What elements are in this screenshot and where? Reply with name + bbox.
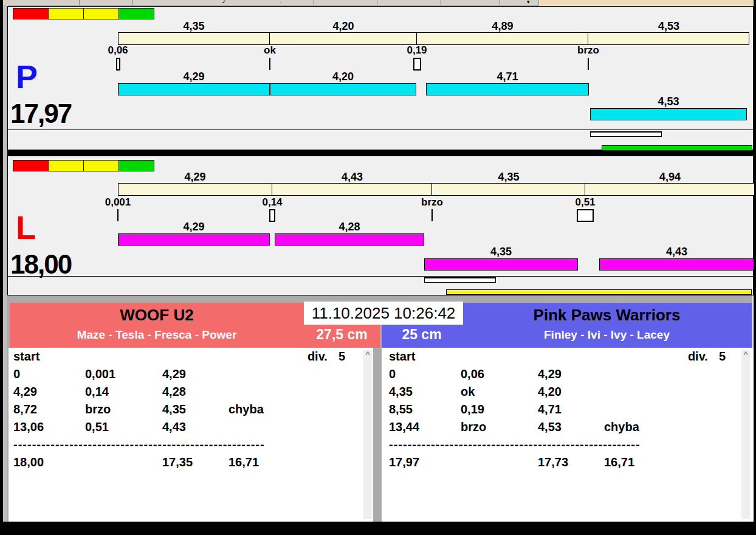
split-scale-segment <box>417 32 588 45</box>
table-row: 4,290,144,28 <box>13 383 373 401</box>
table-header-start: start <box>389 350 415 364</box>
table-total-cell: 17,35 <box>162 455 229 469</box>
toolbar-separator <box>500 0 500 5</box>
changeover-label: ok <box>264 44 276 57</box>
table-separator: ----------------------------------------… <box>13 436 373 454</box>
aux-status-bar <box>446 289 752 295</box>
results-table-right: start div. 5 00,064,294,35ok4,208,550,19… <box>382 348 754 522</box>
table-row: 00,064,29 <box>389 365 754 383</box>
table-total-cell: 16,71 <box>604 455 754 469</box>
table-cell: 0,06 <box>461 367 538 381</box>
dog-run-time-label: 4,29 <box>183 71 204 83</box>
split-time-label: 4,94 <box>659 171 681 184</box>
split-scale-segment <box>118 32 270 45</box>
table-cell: 0,14 <box>85 385 162 399</box>
status-cell <box>49 9 84 19</box>
table-cell: 4,29 <box>13 385 85 399</box>
dog-run-time-label: 4,20 <box>332 71 354 83</box>
table-cell: 4,20 <box>538 385 604 399</box>
table-cell: brzo <box>461 420 538 434</box>
table-cell: 8,72 <box>13 402 85 416</box>
toolbar-fragment[interactable]: ✓ · ▾ <box>3 0 538 5</box>
status-cell <box>49 160 84 171</box>
dog-run-bar <box>590 108 747 120</box>
timing-app-window: ✓ · ▾ P 17,97 4,350,064,20ok4,890,194,53… <box>0 0 756 535</box>
toolbar-separator <box>132 0 133 5</box>
split-scale-segment <box>588 32 749 45</box>
changeover-box-marker <box>577 209 594 222</box>
dog-run-time-label: 4,28 <box>338 221 360 233</box>
team-dogs: Finley - Ivi - Ivy - Lacey <box>462 328 752 342</box>
table-cell: 4,53 <box>538 420 604 434</box>
dog-run-time-label: 4,35 <box>490 246 512 258</box>
lane-divider-band <box>7 150 754 156</box>
status-cell <box>13 160 49 171</box>
table-header: start div. 5 <box>13 348 373 365</box>
lane-panel-right-team: P 17,97 4,350,064,20ok4,890,194,53brzo4,… <box>7 6 754 150</box>
status-cell <box>119 9 154 19</box>
dog-run-bar <box>118 83 270 95</box>
datetime-display: 11.10.2025 10:26:42 <box>304 302 463 325</box>
scroll-up-icon[interactable]: ^ <box>741 350 750 359</box>
table-row: 8,550,194,71 <box>389 401 754 418</box>
table-totals-row: 18,0017,3516,71 <box>13 454 373 471</box>
dog-run-bar <box>424 258 578 271</box>
changeover-label: 0,001 <box>105 196 131 209</box>
table-cell: ok <box>461 385 538 399</box>
table-cell: 0,51 <box>85 420 162 434</box>
changeover-label: 0,19 <box>407 44 427 57</box>
status-cell <box>84 9 119 19</box>
table-header: start div. 5 <box>389 348 754 365</box>
table-total-cell: 17,73 <box>538 455 604 469</box>
changeover-box-marker <box>116 58 120 71</box>
split-scale-segment <box>432 183 585 196</box>
lane-inner-divider <box>8 276 753 277</box>
changeover-label: brzo <box>577 44 599 57</box>
toolbar-separator <box>314 0 314 5</box>
table-cell: 13,06 <box>13 420 85 434</box>
table-scrollbar[interactable]: ^ <box>741 350 750 519</box>
toolbar-button-glyph[interactable]: ✓ <box>222 0 227 5</box>
status-strip <box>13 160 154 171</box>
split-time-label: 4,43 <box>342 171 363 184</box>
changeover-tick-marker <box>588 58 589 70</box>
dog-run-time-label: 4,53 <box>658 95 679 108</box>
split-time-label: 4,29 <box>184 171 205 184</box>
table-total-cell: 18,00 <box>13 455 85 469</box>
toolbar-button-glyph[interactable]: · <box>280 0 281 5</box>
lane-letter: P <box>16 60 38 93</box>
split-scale-segment <box>272 183 432 196</box>
division-label: div. <box>308 350 328 364</box>
dog-run-bar <box>118 233 270 246</box>
table-cell: 8,55 <box>389 402 461 416</box>
table-cell: 4,71 <box>538 402 604 416</box>
status-cell <box>84 160 119 171</box>
table-cell: 0,19 <box>461 402 538 416</box>
dog-run-bar <box>270 83 416 95</box>
status-strip <box>13 8 154 19</box>
changeover-tick-marker <box>117 209 119 221</box>
dropdown-arrow-icon[interactable]: ▾ <box>527 0 530 5</box>
changeover-tick-marker <box>431 209 433 221</box>
table-total-cell: 16,71 <box>229 455 373 469</box>
lane-total-time: 17,97 <box>10 100 71 127</box>
bottom-black-band <box>0 522 756 535</box>
team-name: WOOF U2 <box>10 306 304 325</box>
dog-run-bar <box>599 258 754 271</box>
lane-panel-left-team: L 18,00 4,290,0014,430,144,35brzo4,940,5… <box>7 156 754 295</box>
split-time-label: 4,20 <box>332 20 354 33</box>
table-scrollbar[interactable]: ^ <box>363 350 372 519</box>
split-time-label: 4,53 <box>658 20 679 33</box>
table-cell: 4,29 <box>538 367 604 381</box>
division-value: 5 <box>338 350 345 364</box>
changeover-box-marker <box>269 209 275 222</box>
scroll-up-icon[interactable]: ^ <box>363 350 372 359</box>
changeover-label: 0,51 <box>575 196 595 209</box>
aux-white-bar <box>424 277 496 283</box>
table-row: 8,72brzo4,35chyba <box>13 401 373 418</box>
table-cell: 4,35 <box>162 402 229 416</box>
table-row: 00,0014,29 <box>13 365 373 383</box>
team-dogs: Maze - Tesla - Fresca - Power <box>10 328 304 342</box>
table-cell: 4,43 <box>162 420 229 434</box>
toolbar-separator <box>377 0 377 5</box>
